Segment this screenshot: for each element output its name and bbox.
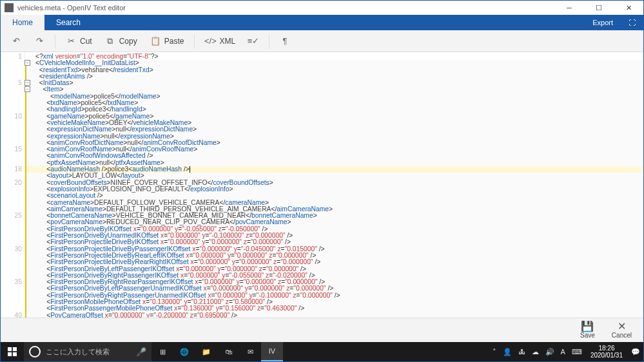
clock-time: 18:26 (590, 345, 623, 352)
taskbar-app-mail[interactable]: ✉ (239, 342, 261, 361)
editor-pane: 1−5−−1015182025303540 <?xml version="1.0… (1, 52, 643, 318)
search-icon (29, 346, 41, 357)
scissors-icon: ✂ (66, 36, 76, 46)
cut-button[interactable]: ✂Cut (61, 33, 97, 49)
line-gutter[interactable]: 1−5−−1015182025303540 (1, 52, 25, 318)
close-button[interactable]: ✕ (614, 1, 643, 15)
cancel-icon: ✕ (618, 321, 626, 332)
undo-button[interactable]: ↶ (6, 33, 26, 49)
code-line[interactable]: <PovCameraOffset x="0.000000" y="-0.2000… (25, 312, 643, 318)
windows-icon (8, 347, 17, 356)
fullscreen-icon[interactable]: ⛶ (621, 15, 643, 30)
ribbon-header: Home Search Export ⛶ (1, 15, 643, 30)
check-icon: ≡✓ (248, 36, 259, 46)
clipboard-icon: 📋 (150, 36, 161, 46)
taskbar-search[interactable]: ここに入力して検索 🎤 (24, 342, 151, 361)
code-area[interactable]: <?xml version="1.0" encoding="UTF-8"?><C… (25, 52, 643, 318)
fold-toggle[interactable]: − (24, 60, 30, 66)
code-line[interactable]: <explosionInfo>EXPLOSION_INFO_DEFAULT</e… (25, 186, 643, 193)
taskbar-app-openiv[interactable]: IV (261, 342, 283, 361)
taskbar-app-edge[interactable]: 🌐 (173, 342, 195, 361)
taskbar-clock[interactable]: 18:26 2020/01/31 (585, 345, 628, 359)
svg-rect-1 (13, 347, 17, 351)
tray-volume-icon[interactable]: 🔊 (542, 348, 558, 356)
xml-button[interactable]: </>XML (200, 33, 240, 49)
code-line[interactable]: <residentAnims /> (25, 73, 643, 80)
app-window: vehicles.meta - OpenIV Text editor ─ ☐ ✕… (0, 0, 644, 362)
save-button[interactable]: 💾Save (574, 320, 601, 340)
cancel-button[interactable]: ✕Cancel (605, 320, 638, 340)
undo-icon: ↶ (11, 36, 21, 46)
paste-button[interactable]: 📋Paste (145, 33, 190, 49)
code-line[interactable]: <residentTxd>vehshare</residentTxd> (25, 67, 643, 73)
redo-button[interactable]: ↷ (29, 33, 50, 49)
tab-search[interactable]: Search (44, 15, 92, 30)
taskbar-app-store[interactable]: 🛍 (217, 342, 239, 361)
search-placeholder: ここに入力して検索 (46, 347, 110, 357)
tray-network-icon[interactable]: 🖧 (515, 348, 529, 356)
ribbon-toolbar: ↶ ↷ ✂Cut ⧉Copy 📋Paste </>XML ≡✓ ¶ (1, 30, 643, 52)
window-title: vehicles.meta - OpenIV Text editor (17, 4, 126, 12)
system-tray: ˄ 👤 🖧 ☁ 🔊 A ⌨ 18:26 2020/01/31 💬 (489, 342, 643, 361)
copy-button[interactable]: ⧉Copy (100, 33, 142, 49)
tray-ime[interactable]: A (558, 348, 569, 356)
export-button[interactable]: Export (585, 15, 621, 30)
pilcrow-icon: ¶ (280, 36, 290, 46)
save-icon: 💾 (581, 321, 594, 332)
pilcrow-button[interactable]: ¶ (275, 33, 295, 49)
mic-icon: 🎤 (136, 347, 146, 357)
svg-rect-2 (8, 352, 12, 356)
tray-up-icon[interactable]: ˄ (489, 348, 500, 356)
copy-icon: ⧉ (105, 36, 115, 46)
tray-people-icon[interactable]: 👤 (500, 348, 515, 356)
maximize-button[interactable]: ☐ (584, 1, 614, 15)
task-view-button[interactable]: ⊞ (151, 342, 173, 361)
bottom-bar: 💾Save ✕Cancel (1, 318, 643, 342)
fold-toggle[interactable]: − (24, 86, 30, 92)
app-icon (5, 3, 14, 12)
clock-date: 2020/01/31 (590, 352, 623, 359)
taskbar-app-explorer[interactable]: 📁 (195, 342, 217, 361)
minimize-button[interactable]: ─ (554, 1, 584, 15)
action-center-icon[interactable]: 💬 (628, 348, 643, 356)
tray-keyboard-icon[interactable]: ⌨ (569, 348, 585, 356)
tab-home[interactable]: Home (1, 15, 44, 30)
code-icon: </> (205, 36, 215, 46)
taskbar: ここに入力して検索 🎤 ⊞ 🌐 📁 🛍 ✉ IV ˄ 👤 🖧 ☁ 🔊 A ⌨ 1… (1, 342, 643, 361)
code-line[interactable]: <InitDatas> (25, 80, 643, 86)
redo-icon: ↷ (34, 36, 44, 46)
start-button[interactable] (1, 342, 24, 361)
svg-rect-0 (8, 347, 12, 351)
svg-rect-3 (13, 352, 17, 356)
tray-cloud-icon[interactable]: ☁ (529, 348, 542, 356)
fold-toggle[interactable]: − (24, 80, 30, 86)
validate-button[interactable]: ≡✓ (243, 33, 264, 49)
titlebar: vehicles.meta - OpenIV Text editor ─ ☐ ✕ (1, 1, 643, 15)
